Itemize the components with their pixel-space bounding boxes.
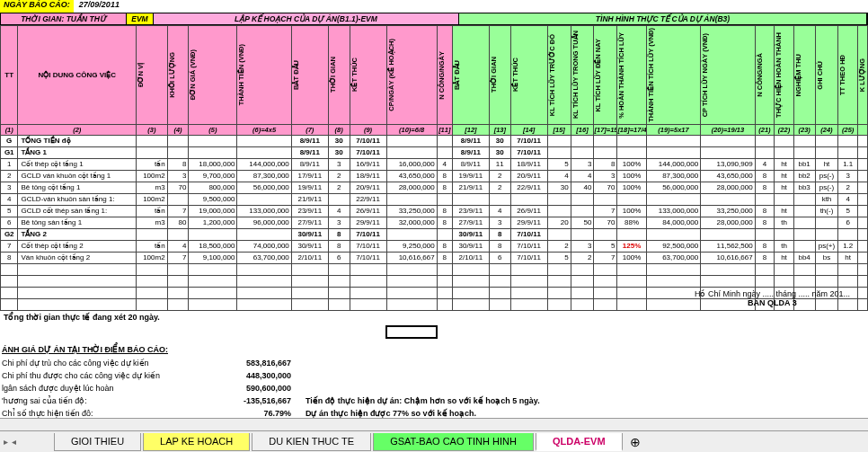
col-name: NỘI DUNG CÔNG VIỆC xyxy=(18,26,137,125)
col-astart: BẮT ĐẦU xyxy=(452,26,489,125)
sig-line2: BAN QLDA 3 xyxy=(695,298,850,307)
table-row[interactable]: 8Ván khuôn cột tầng 2100m279,100,00063,7… xyxy=(1,252,868,263)
col-price: ĐƠN GIÁ (VNĐ) xyxy=(189,26,237,125)
header-row: TT NỘI DUNG CÔNG VIỆC ĐƠN VỊ KHỐI LƯỢNG … xyxy=(1,26,868,125)
table-row[interactable]: 1Cốt thép cột tầng 1tấn818,000,000144,00… xyxy=(1,158,868,170)
eval-row: Chi phí dự trù cho các công việc dự kiến… xyxy=(2,357,866,369)
add-sheet-button[interactable]: ⊕ xyxy=(624,435,646,449)
sig-line1: Hồ Chí Minh ngày ..... tháng ..... năm 2… xyxy=(695,289,850,298)
col-qty: KHỐI LƯỢNG xyxy=(167,26,189,125)
sheet-tab[interactable]: DU KIEN THUC TE xyxy=(252,433,371,451)
table-row[interactable]: 6Bê tông sàn tầng 1m3801,200,00096,000,0… xyxy=(1,217,868,228)
hdr-actual: TÌNH HÌNH THỰC TẾ CỦA DỰ ÁN(B3) xyxy=(459,13,867,24)
report-date: 27/09/2011 xyxy=(74,0,125,13)
section-header-row: THỜI GIAN: TUẦN THỨ EVM LẬP KẾ HOẠCH CỦA… xyxy=(0,13,868,25)
col-kl2: K LƯỢNG xyxy=(857,26,867,125)
col-aend: KẾT THÚC xyxy=(510,26,547,125)
hdr-plan: LẬP KẾ HOẠCH CỦA DỰ ÁN(B1.1)-EVM xyxy=(154,13,459,24)
selected-cell[interactable] xyxy=(386,326,437,338)
col-cpn: CP/NGÀY (KẾ HOẠCH) xyxy=(386,26,437,125)
eval-title: ÁNH GIÁ DỰ ÁN TẠI THỜI ĐIỂM BÁO CÁO: xyxy=(2,345,866,354)
tab-first-icon[interactable]: ▸ xyxy=(4,437,8,447)
table-row[interactable] xyxy=(1,275,868,287)
sheet-tab[interactable]: LAP KE HOACH xyxy=(143,433,250,451)
main-table[interactable]: TT NỘI DUNG CÔNG VIỆC ĐƠN VỊ KHỐI LƯỢNG … xyxy=(0,25,868,311)
table-row[interactable]: G2TẦNG 230/9/1187/10/11 30/9/1187/10/11 xyxy=(1,228,868,240)
sheet-tab[interactable]: GSAT-BAO CAO TINH HINH xyxy=(373,433,534,451)
sheet-tab[interactable]: GIOI THIEU xyxy=(54,433,141,451)
col-ncg: N CÔNG/NGÀ xyxy=(755,26,775,125)
report-date-label: NGÀY BÁO CÁO: xyxy=(0,0,74,13)
table-row[interactable] xyxy=(1,263,868,275)
table-row[interactable]: G1TẦNG 18/9/11307/10/11 8/9/11307/10/11 xyxy=(1,146,868,158)
col-start: BẮT ĐẦU xyxy=(291,26,328,125)
col-tl3: KL TÍCH LŨY ĐẾN NAY xyxy=(594,26,617,125)
col-number-row: (1)(2)(3)(4)(5)(6)=4x5(7)(8)(9)(10)=6/8[… xyxy=(1,124,868,135)
col-hd: TT THEO HĐ xyxy=(838,26,858,125)
col-end: KẾT THÚC xyxy=(350,26,386,125)
signature-block: Hồ Chí Minh ngày ..... tháng ..... năm 2… xyxy=(695,289,850,307)
col-tl2: KL TÍCH LŨY TRONG TUẦN xyxy=(571,26,594,125)
total-time-note: Tổng thời gian thực tế đang xét 20 ngày. xyxy=(0,311,868,323)
table-row[interactable]: 7Cốt thép cột tầng 2tấn418,500,00074,000… xyxy=(1,240,868,252)
col-dur: THỜI GIAN xyxy=(328,26,350,125)
col-cptl: CP TÍCH LŨY NGÀY (VNĐ) xyxy=(701,26,755,125)
table-row[interactable]: 2GCLD ván khuôn cột tầng 1100m239,700,00… xyxy=(1,170,868,182)
table-row[interactable]: 4GCLD-ván khuôn sàn tầng 1:100m29,500,00… xyxy=(1,193,868,205)
horizontal-scrollbar[interactable] xyxy=(0,418,868,430)
col-unit: ĐƠN VỊ xyxy=(137,26,168,125)
hdr-evm: EVM xyxy=(127,13,154,24)
table-row[interactable]: 5GCLD cốt thép sàn tầng 1:tấn719,000,000… xyxy=(1,205,868,217)
sheet-tab[interactable]: QLDA-EVM xyxy=(536,433,623,451)
table-row[interactable]: 3Bê tông cột tầng 1m370800,00056,000,000… xyxy=(1,182,868,193)
col-amount: THÀNH TIỀN (VNĐ) xyxy=(237,26,291,125)
table-row[interactable]: GTỔNG TIỀN độ8/9/11307/10/11 8/9/11307/1… xyxy=(1,135,868,146)
eval-row: 'hương sai của tiến độ:-135,516,667Tiến … xyxy=(2,394,866,407)
eval-row: Chi phí thu được cho các công việc dự ki… xyxy=(2,369,866,382)
sheet-tabs: ▸◂ GIOI THIEULAP KE HOACHDU KIEN THUC TE… xyxy=(0,430,868,452)
hdr-time: THỜI GIAN: TUẦN THỨ xyxy=(1,13,127,24)
col-ng: NGHIỆM THU xyxy=(793,26,815,125)
col-ttl: THÀNH TIỀN TÍCH LŨY (VNĐ) xyxy=(646,26,700,125)
eval-row: lgân sách được duyệt lúc hoàn590,600,000 xyxy=(2,382,866,394)
col-nc: N CÔNG/NGÀY xyxy=(437,26,452,125)
col-tl1: KL TÍCH LŨY TRƯỚC ĐÓ xyxy=(547,26,571,125)
col-adur: THỜI GIAN xyxy=(489,26,510,125)
col-th: THỰC HIỆN HOÀN THÀNH xyxy=(775,26,794,125)
col-pct: % HOÀN THÀNH TÍCH LŨY xyxy=(617,26,646,125)
tab-nav[interactable]: ▸◂ xyxy=(4,437,16,447)
col-tt: TT xyxy=(1,26,18,125)
tab-prev-icon[interactable]: ◂ xyxy=(12,437,16,447)
col-gc: GHI CHÚ xyxy=(815,26,838,125)
